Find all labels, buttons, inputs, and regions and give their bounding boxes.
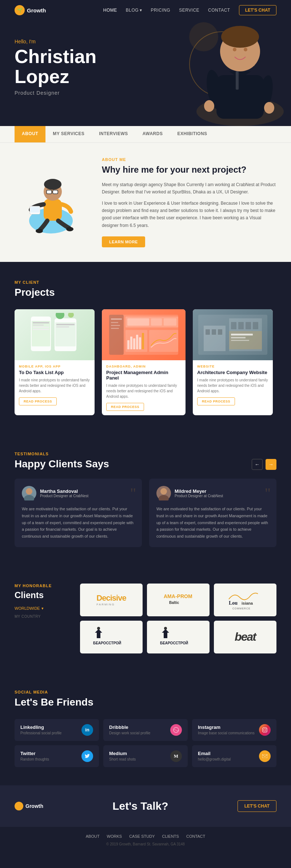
footer-cta-button[interactable]: LET'S CHAT — [238, 800, 276, 812]
tab-services[interactable]: MY SERVICES — [45, 126, 92, 142]
svg-text:isiana: isiana — [242, 601, 253, 605]
project-name: Architecture Company Website — [197, 370, 268, 375]
svg-rect-52 — [149, 330, 178, 352]
testimonial-text: We are motivated by the satisfaction of … — [156, 506, 269, 539]
svg-rect-64 — [231, 334, 253, 335]
footer-cta-heading: Let's Talk? — [112, 800, 168, 812]
testimonial-prev-button[interactable]: ← — [252, 459, 263, 470]
projects-label: MY CLIENT — [15, 280, 276, 284]
footer-nav-works[interactable]: WORKS — [107, 834, 122, 838]
footer-nav-clients[interactable]: CLIENTS — [162, 834, 179, 838]
testimonial-card: " Martha Sandoval Product Designer at Cr… — [15, 479, 142, 547]
about-body-2: I love to work in User Experience & User… — [102, 200, 276, 229]
testimonial-next-button[interactable]: → — [266, 459, 276, 470]
learn-more-button[interactable]: LEARN MORE — [102, 236, 145, 247]
social-name: Email — [198, 751, 231, 756]
footer-nav-casestudy[interactable]: CASE STUDY — [129, 834, 155, 838]
svg-rect-30 — [55, 322, 76, 346]
project-thumb-dashboard — [102, 309, 186, 360]
social-card-twitter[interactable]: Twitter Random thoughts — [15, 745, 99, 767]
clients-section: MY HONORABLE Clients WORLDWIDE ▾ MY COUN… — [0, 565, 291, 672]
nav-pricing[interactable]: PRICING — [151, 8, 171, 13]
social-name: Twitter — [20, 751, 49, 756]
testimonials-section: TESTIMONIALS Happy Clients Says ← → " Ma… — [0, 433, 291, 565]
svg-point-82 — [264, 729, 266, 731]
footer-nav-contact[interactable]: CONTACT — [186, 834, 205, 838]
tab-interviews[interactable]: INTERVIEWS — [92, 126, 135, 142]
footer-nav-about[interactable]: ABOUT — [86, 834, 100, 838]
svg-text:Baltic: Baltic — [169, 601, 179, 605]
chevron-down-icon: ▾ — [140, 8, 142, 13]
project-desc: I made nine prototypes to understand fam… — [19, 377, 90, 394]
svg-rect-60 — [238, 322, 244, 329]
svg-point-20 — [66, 227, 73, 231]
read-process-button[interactable]: READ PROCESS — [197, 397, 235, 405]
svg-rect-36 — [109, 315, 124, 355]
projects-title: Projects — [15, 287, 276, 298]
nav-links: HOME BLOG ▾ PRICING SERVICE CONTACT LET'… — [103, 5, 276, 15]
svg-rect-59 — [231, 322, 236, 329]
beat-logo-text: beat — [235, 630, 256, 644]
client-logo-card: Decisive FARMING — [80, 584, 143, 616]
svg-text:Lou: Lou — [229, 600, 238, 606]
svg-rect-37 — [111, 318, 122, 320]
logo-text: Growth — [27, 7, 46, 13]
client-logo-card: beat — [214, 621, 276, 653]
nav-service[interactable]: SERVICE — [179, 8, 199, 13]
twitter-icon — [81, 750, 93, 762]
nav-home[interactable]: HOME — [103, 8, 117, 13]
nav-cta-button[interactable]: LET'S CHAT — [239, 5, 276, 15]
svg-point-68 — [24, 495, 34, 500]
logo[interactable]: 🌱 Growth — [15, 5, 46, 15]
quote-icon: " — [130, 484, 136, 502]
svg-rect-66 — [231, 340, 249, 341]
read-process-button[interactable]: READ PROCESS — [106, 403, 144, 411]
testimonials-label: TESTIMONIALS — [15, 452, 109, 456]
social-card-medium[interactable]: Medium Short read shots M — [103, 745, 188, 767]
read-process-button[interactable]: READ PROCESS — [19, 397, 57, 405]
social-card-email[interactable]: Email hello@growth.digital — [192, 745, 276, 767]
about-illustration-svg — [22, 170, 80, 235]
project-info: MOBILE APP, IOS APP To Do Task List App … — [15, 360, 95, 410]
tab-exhibitions[interactable]: EXHIBITIONS — [170, 126, 214, 142]
social-name: Dribbble — [109, 724, 150, 730]
svg-rect-40 — [111, 328, 119, 329]
nav-blog[interactable]: BLOG ▾ — [126, 8, 142, 13]
about-label: ABOUT ME — [102, 157, 276, 162]
social-card-linkedin[interactable]: Linkedling Professional social profile i… — [15, 719, 99, 741]
svg-rect-16 — [47, 190, 52, 194]
clients-grid: Decisive FARMING AMA-PROM Baltic — [80, 584, 276, 653]
social-card-dribbble[interactable]: Dribbble Design work social profile — [103, 719, 188, 741]
svg-rect-62 — [253, 322, 258, 329]
nav-contact[interactable]: CONTACT — [208, 8, 230, 13]
avatar — [156, 486, 171, 500]
logo-icon: 🌱 — [15, 5, 25, 15]
project-card: WEBSITE Architecture Company Website I m… — [193, 309, 273, 415]
svg-rect-32 — [56, 326, 69, 327]
social-card-instagram[interactable]: Instagram Image base social communicatio… — [192, 719, 276, 741]
social-handle: Random thoughts — [20, 757, 49, 761]
about-heading: Why hire me for your next project? — [102, 165, 276, 175]
projects-section: MY CLIENT Projects — [0, 262, 291, 433]
clients-filter[interactable]: WORLDWIDE ▾ — [15, 606, 65, 611]
svg-text:БЕАРОССТРОЙ: БЕАРОССТРОЙ — [93, 641, 121, 645]
svg-rect-38 — [111, 322, 118, 323]
svg-rect-11 — [236, 71, 239, 90]
svg-point-70 — [159, 495, 169, 500]
tab-awards[interactable]: AWARDS — [135, 126, 170, 142]
social-name: Medium — [109, 751, 136, 756]
testimonial-role: Product Designer at CrabNest — [40, 494, 88, 498]
svg-rect-61 — [246, 322, 251, 329]
svg-point-83 — [266, 728, 267, 729]
project-type: DASHBOARD, ADMIN — [106, 365, 181, 368]
svg-rect-43 — [151, 318, 162, 326]
svg-rect-56 — [206, 329, 210, 335]
hero-section: Hello, I'm Christian Lopez Product Desig… — [0, 20, 291, 126]
avatar — [22, 486, 36, 500]
social-name: Instagram — [198, 724, 255, 730]
testimonials-nav: ← → — [252, 459, 276, 470]
tab-about[interactable]: ABOUT — [15, 126, 45, 142]
testimonial-name: Martha Sandoval — [40, 488, 88, 494]
client-logo-card: Lou isiana COMMERCE — [214, 584, 276, 616]
footer-copyright: © 2019 Growth, Barnard St. Savannah, GA … — [106, 842, 185, 846]
